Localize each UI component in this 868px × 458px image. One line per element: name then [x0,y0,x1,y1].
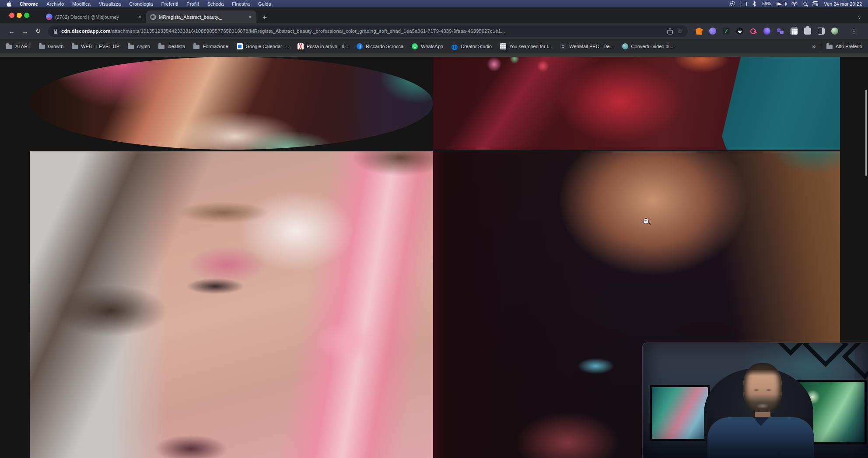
green-n-extension-icon[interactable] [723,28,730,35]
battery-percent: 56% [762,1,771,6]
menubar-item-scheda[interactable]: Scheda [207,1,224,7]
bookmark-label: Growth [48,44,63,49]
menubar-item-chrome[interactable]: Chrome [20,1,38,7]
tab-discord[interactable]: (2762) Discord | @Midjourney × [42,10,146,23]
globe-favicon [150,14,156,20]
forward-button[interactable]: → [18,28,32,35]
dark-circle-extension-icon[interactable] [736,28,743,35]
bookmark-folder-formazione[interactable]: Formazione [193,44,228,49]
extensions-row: ⋮ [696,28,864,35]
spotlight-icon[interactable] [803,2,807,6]
browser-menu-icon[interactable]: ⋮ [851,28,857,35]
whatsapp-icon [412,43,418,49]
bookmark-label: AI ART [15,44,31,49]
image-quadrant-top-right-abstract[interactable] [433,57,840,150]
menubar-item-modifica[interactable]: Modifica [72,1,91,7]
bookmark-label: Altri Preferiti [836,44,862,49]
reload-button[interactable]: ↻ [32,27,45,35]
meta-icon [452,43,458,49]
side-panel-icon[interactable] [818,28,825,35]
folder-icon [6,45,12,49]
menubar-item-cronologia[interactable]: Cronologia [129,1,153,7]
bookmark-folder-idealista[interactable]: idealista [158,44,185,49]
bookmark-folder-ai-art[interactable]: AI ART [6,44,31,49]
tab-title: MRregista_Abstract_beauty._ [159,14,245,20]
ssl-lock-icon[interactable] [53,28,58,34]
close-tab-icon[interactable]: × [137,14,142,20]
bookmark-star-icon[interactable]: ☆ [677,28,682,35]
image-quadrant-top-left-abstract[interactable] [30,57,433,150]
scrollbar-thumb[interactable] [865,90,867,176]
bookmark-folder-growth[interactable]: Growth [39,44,63,49]
new-tab-button[interactable]: + [262,14,267,21]
purple-ball-extension-icon[interactable] [763,28,770,35]
bookmark-label: Google Calendar -... [246,44,289,49]
bookmark-folder-crypto[interactable]: crypto [128,44,150,49]
tab-image-viewer[interactable]: MRregista_Abstract_beauty._ × [146,10,256,23]
apple-menu-icon[interactable] [6,1,12,7]
record-status-icon[interactable] [730,1,735,6]
other-bookmarks-folder[interactable]: Altri Preferiti [826,44,862,49]
minimize-window-button[interactable] [17,13,22,18]
bookmarks-overflow-chevron[interactable]: » [812,43,816,49]
folder-icon [193,45,200,49]
fullscreen-window-button[interactable] [24,13,29,18]
url-path: /attachments/1013512335442333816/1088905… [110,28,664,34]
folder-icon [128,45,134,49]
control-center-icon[interactable] [812,1,818,6]
battery-icon[interactable]: ϟ [777,2,786,6]
page-top-strip [0,53,868,57]
wifi-icon[interactable] [791,2,798,6]
bookmark-label: idealista [168,44,185,49]
profile-avatar[interactable] [831,28,838,35]
menubar-item-guida[interactable]: Guida [258,1,271,7]
bookmark-facebook-profile[interactable]: Riccardo Scrocca [357,43,403,49]
menubar-item-preferiti[interactable]: Preferiti [161,1,178,7]
display-icon[interactable] [741,2,747,6]
back-button[interactable]: ← [5,28,18,35]
browser-toolbar: ← → ↻ cdn.discordapp.com /attachments/10… [0,23,868,39]
google-calendar-icon [237,43,243,49]
tab-search-chevron[interactable]: ∨ [858,15,861,20]
bookmark-label: Creator Studio [461,44,492,49]
bookmark-label: You searched for l... [509,44,552,49]
zoom-out-cursor [643,218,652,227]
bookmark-gmail-inbox[interactable]: Posta in arrivo - ri... [298,43,348,49]
grid-extension-icon[interactable] [791,28,798,35]
menubar-item-visualizza[interactable]: Visualizza [99,1,121,7]
share-icon[interactable] [667,28,673,35]
folder-icon [158,45,164,49]
purple-blocks-extension-icon[interactable] [777,28,784,35]
bookmark-whatsapp[interactable]: WhatsApp [412,43,443,49]
teal-shape [722,57,840,150]
bookmark-label: Formazione [203,44,228,49]
facebook-icon [357,43,363,49]
bookmark-video-converter[interactable]: Converti i video di... [622,43,674,49]
bookmark-folder-web-level-up[interactable]: WEB - LEVEL-UP [72,44,119,49]
bluetooth-icon[interactable] [752,1,756,7]
close-tab-icon[interactable]: × [248,14,252,20]
metamask-extension-icon[interactable] [696,28,703,35]
menubar-clock[interactable]: Ven 24 mar 20:22 [824,1,862,7]
bookmark-creator-studio[interactable]: Creator Studio [452,43,492,49]
screen: Chrome Archivio Modifica Visualizza Cron… [0,0,868,458]
page-content [0,53,868,458]
bookmark-label: Posta in arrivo - ri... [307,44,348,49]
bookmark-search-results[interactable]: You searched for l... [500,43,552,49]
folder-icon [39,45,45,49]
menubar-status-area: 56% ϟ Ven 24 mar 20:22 [730,1,862,7]
close-window-button[interactable] [9,13,14,18]
image-quadrant-bottom-left-portrait[interactable] [30,151,433,458]
purple-extension-icon[interactable] [709,28,716,35]
extensions-puzzle-icon[interactable] [804,28,811,35]
video-convert-icon [622,43,628,49]
bookmarks-bar: AI ART Growth WEB - LEVEL-UP crypto idea… [0,39,868,53]
address-bar[interactable]: cdn.discordapp.com /attachments/10135123… [48,25,688,37]
bookmark-google-calendar[interactable]: Google Calendar -... [237,43,289,49]
bookmark-webmail-pec[interactable]: WebMail PEC - De... [560,43,613,49]
menubar-item-profili[interactable]: Profili [186,1,199,7]
menubar-item-finestra[interactable]: Finestra [232,1,250,7]
password-key-extension-icon[interactable] [750,28,757,35]
menubar-item-archivio[interactable]: Archivio [46,1,64,7]
bookmark-label: Converti i video di... [631,44,674,49]
